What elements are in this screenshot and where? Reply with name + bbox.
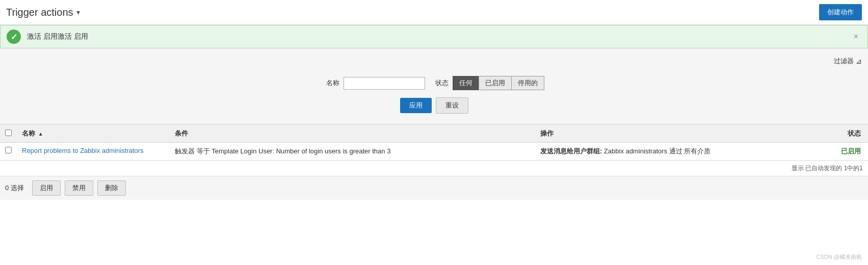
filter-toggle-label: 过滤器 [834, 57, 854, 66]
display-info: 显示 已自动发现的 1中的1 [792, 165, 863, 172]
filter-toggle-button[interactable]: 过滤器 ⊿ [834, 57, 862, 66]
page-title: Trigger actions [6, 7, 73, 18]
status-column-label: 状态 [848, 129, 861, 137]
filter-header: 过滤器 ⊿ [6, 54, 862, 69]
title-dropdown-icon[interactable]: ▾ [76, 8, 80, 16]
filter-reset-button[interactable]: 重设 [436, 97, 468, 114]
select-count-label: 0 选择 [5, 183, 24, 193]
status-filter-label: 状态 [435, 78, 449, 88]
table-row: Report problems to Zabbix administrators… [0, 143, 868, 161]
status-enabled-button[interactable]: 已启用 [479, 76, 511, 90]
row-condition-cell: 触发器 等于 Template Login User: Number of lo… [170, 143, 535, 161]
disable-selected-button[interactable]: 禁用 [65, 180, 93, 196]
filter-section: 过滤器 ⊿ 名称 状态 任何 已启用 停用的 应用 重设 [0, 48, 868, 124]
name-column-label: 名称 [22, 129, 35, 137]
row-operation-cell: 发送消息给用户群组: Zabbix administrators 通过 所有介质 [535, 143, 827, 161]
filter-body: 名称 状态 任何 已启用 停用的 应用 重设 [6, 69, 862, 119]
notification-bar: ✓ 激活 启用激活 启用 × [0, 25, 868, 48]
operation-column-header: 操作 [535, 125, 827, 143]
title-area: Trigger actions ▾ [6, 7, 80, 18]
notification-check-icon: ✓ [7, 30, 21, 44]
notification-close-button[interactable]: × [851, 32, 861, 42]
filter-actions: 应用 重设 [6, 97, 862, 114]
row-checkbox[interactable] [5, 147, 12, 153]
status-badge: 已启用 [841, 147, 861, 155]
delete-selected-button[interactable]: 删除 [97, 180, 126, 196]
enable-selected-button[interactable]: 启用 [32, 180, 61, 196]
name-filter-label: 名称 [324, 78, 339, 88]
name-column-header[interactable]: 名称 ▲ [17, 125, 170, 143]
status-column-header: 状态 [827, 125, 868, 143]
condition-column-header: 条件 [170, 125, 535, 143]
filter-funnel-icon: ⊿ [856, 57, 862, 65]
row-status-cell: 已启用 [827, 143, 868, 161]
action-name-link[interactable]: Report problems to Zabbix administrators [22, 147, 143, 154]
select-all-header[interactable] [0, 125, 17, 143]
condition-column-label: 条件 [175, 129, 188, 137]
status-filter-field: 状态 任何 已启用 停用的 [435, 76, 544, 90]
row-name-cell: Report problems to Zabbix administrators [17, 143, 170, 161]
name-filter-field: 名称 [324, 77, 425, 90]
operation-bold: 发送消息给用户群组: [540, 147, 602, 155]
notification-message: 激活 启用激活 启用 [27, 32, 861, 41]
operation-column-label: 操作 [540, 129, 554, 137]
filter-row-1: 名称 状态 任何 已启用 停用的 [6, 76, 862, 90]
row-checkbox-cell[interactable] [0, 143, 17, 161]
table-header-row: 名称 ▲ 条件 操作 状态 [0, 125, 868, 143]
actions-table: 名称 ▲ 条件 操作 状态 Report problems to Zabb [0, 124, 868, 161]
table-section: 名称 ▲ 条件 操作 状态 Report problems to Zabb [0, 124, 868, 176]
status-any-button[interactable]: 任何 [453, 76, 479, 90]
name-filter-input[interactable] [344, 77, 425, 90]
select-all-checkbox[interactable] [5, 129, 12, 136]
table-footer: 显示 已自动发现的 1中的1 [0, 161, 868, 176]
create-action-button[interactable]: 创建动作 [819, 4, 862, 20]
status-disabled-button[interactable]: 停用的 [511, 76, 544, 90]
page-header: Trigger actions ▾ 创建动作 [0, 0, 868, 25]
filter-apply-button[interactable]: 应用 [400, 98, 432, 113]
sort-arrow-icon: ▲ [38, 131, 43, 137]
bottom-bar: 0 选择 启用 禁用 删除 [0, 176, 868, 200]
